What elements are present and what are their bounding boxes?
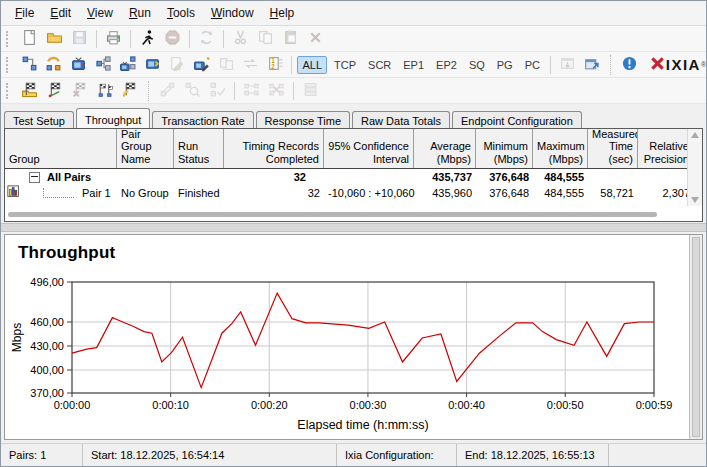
table-vertical-scrollbar[interactable]: [687, 129, 702, 206]
tab-throughput[interactable]: Throughput: [76, 108, 150, 128]
table-body: All Pairs32435,737376,648484,555Pair 1No…: [5, 169, 702, 201]
add-pair-button[interactable]: [17, 54, 42, 76]
toolbar-grip[interactable]: [6, 31, 11, 47]
menu-help[interactable]: Help: [262, 3, 303, 23]
run-test-man-button[interactable]: [135, 28, 160, 50]
average-cell: 435,960: [414, 187, 476, 199]
menu-edit[interactable]: Edit: [42, 3, 79, 23]
add-multicast-group-button[interactable]: [91, 54, 116, 76]
stop-button: [160, 28, 185, 50]
column-header-average[interactable]: Average (Mbps): [414, 129, 476, 168]
filter-button-ep2[interactable]: EP2: [431, 56, 462, 74]
table-row-all-pairs[interactable]: All Pairs32435,737376,648484,555: [5, 169, 702, 185]
copy-icon: [257, 29, 274, 49]
x-tick-label: 0:00:00: [54, 399, 91, 411]
print-icon: [105, 29, 122, 49]
result-tabs: Test SetupThroughputTransaction RateResp…: [1, 104, 706, 128]
pane-splitter[interactable]: [1, 223, 706, 232]
new-run-flag-folder-button[interactable]: [17, 80, 42, 102]
add-hardware-video-button[interactable]: [140, 54, 165, 76]
filter-button-pg[interactable]: PG: [492, 56, 518, 74]
export-window-button[interactable]: [580, 54, 605, 76]
abort-test-flag-button: [67, 80, 92, 102]
open-folder-button[interactable]: [42, 28, 67, 50]
paste-icon: [282, 29, 299, 49]
add-voip-pair-icon: [45, 55, 62, 75]
renumber-pairs-button[interactable]: 12: [263, 54, 288, 76]
toolbar-grip[interactable]: [6, 83, 11, 99]
ixia-logo: IXIA®: [650, 56, 706, 74]
column-header-95-confidence[interactable]: 95% Confidence Interval: [324, 129, 414, 168]
filter-button-tcp[interactable]: TCP: [329, 56, 361, 74]
run-test-flag-button[interactable]: [42, 80, 67, 102]
filter-button-all[interactable]: ALL: [297, 56, 327, 74]
tab-transaction-rate[interactable]: Transaction Rate: [152, 111, 253, 129]
link-pairs-button: [239, 80, 264, 102]
ixia-logo-text: IXIA: [666, 56, 701, 73]
add-video-pair-button[interactable]: [66, 54, 91, 76]
scrollbar-thumb[interactable]: [8, 212, 657, 217]
y-tick-label: 370,00: [30, 387, 64, 399]
table-row-pair-1[interactable]: Pair 1No GroupFinished32-10,060 : +10,06…: [5, 185, 702, 201]
average-cell: 435,737: [414, 171, 476, 183]
column-header-timing-records[interactable]: Timing Records Completed: [224, 129, 324, 168]
menu-view[interactable]: View: [79, 3, 121, 23]
status-bar: Pairs: 1Start: 18.12.2025, 16:54:14Ixia …: [1, 443, 706, 466]
run-status-cell: Finished: [174, 187, 224, 199]
poll-endpoints-button: [155, 80, 180, 102]
tab-response-time[interactable]: Response Time: [256, 111, 350, 129]
compare-results-button[interactable]: [92, 80, 117, 102]
delete-icon: [307, 29, 324, 49]
column-header-pair-group[interactable]: Pair Group Name: [117, 129, 174, 168]
tab-test-setup[interactable]: Test Setup: [4, 111, 74, 129]
add-hardware-video-icon: [144, 55, 161, 75]
column-header-run-status[interactable]: Run Status: [174, 129, 224, 168]
filter-button-scr[interactable]: SCR: [363, 56, 396, 74]
menu-window[interactable]: Window: [203, 3, 262, 23]
open-folder-icon: [46, 29, 63, 49]
run-test-man-icon: [139, 29, 156, 49]
tab-endpoint-configuration[interactable]: Endpoint Configuration: [452, 111, 582, 129]
view-pair-button: [180, 80, 205, 102]
save-icon: [71, 29, 88, 49]
column-header-group[interactable]: Group: [5, 129, 117, 168]
filter-button-sq[interactable]: SQ: [464, 56, 490, 74]
chart-vertical-scrollbar[interactable]: [689, 235, 702, 439]
minimum-cell: 376,648: [476, 171, 533, 183]
table-horizontal-scrollbar[interactable]: [8, 210, 684, 219]
poll-endpoints-icon: [159, 81, 176, 101]
info-button[interactable]: [617, 54, 642, 76]
schedule-runs-button[interactable]: [117, 80, 142, 102]
column-header-relative[interactable]: Relative Precision: [638, 129, 694, 168]
x-tick-label: 0:00:20: [251, 399, 288, 411]
toolbar-separator: [293, 82, 294, 100]
link-pairs-icon: [243, 81, 260, 101]
add-voip-pair-button[interactable]: [42, 54, 67, 76]
add-multicast-group-icon: [95, 55, 112, 75]
add-video-multicast-button[interactable]: [115, 54, 140, 76]
collapse-group-icon[interactable]: [29, 172, 40, 183]
filter-button-ep1[interactable]: EP1: [398, 56, 429, 74]
menu-tools[interactable]: Tools: [159, 3, 203, 23]
delete-button: [303, 28, 328, 50]
print-button[interactable]: [101, 28, 126, 50]
filter-button-pc[interactable]: PC: [520, 56, 545, 74]
tab-raw-data-totals[interactable]: Raw Data Totals: [352, 111, 450, 129]
new-document-button[interactable]: [17, 28, 42, 50]
x-tick-label: 0:00:30: [350, 399, 387, 411]
menu-run[interactable]: Run: [121, 3, 159, 23]
column-header-measured[interactable]: Measured Time (sec): [588, 129, 638, 168]
export-window-icon: [583, 55, 600, 75]
column-header-maximum[interactable]: Maximum (Mbps): [533, 129, 588, 168]
column-header-minimum[interactable]: Minimum (Mbps): [476, 129, 533, 168]
menu-file[interactable]: File: [7, 3, 42, 23]
schedule-runs-icon: [121, 81, 138, 101]
group-pairs-button: [298, 80, 323, 102]
info-icon: [621, 55, 638, 75]
toolbar-grip[interactable]: [6, 57, 11, 73]
edit-video-pair-button[interactable]: [189, 54, 214, 76]
scroll-up-icon[interactable]: [691, 132, 699, 138]
scrollbar-thumb[interactable]: [692, 237, 700, 437]
compare-results-icon: [96, 81, 113, 101]
scroll-down-icon[interactable]: [691, 197, 699, 203]
